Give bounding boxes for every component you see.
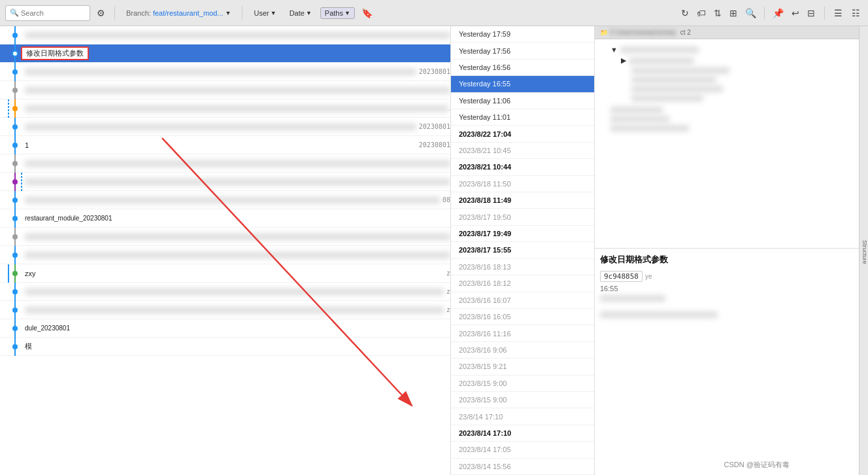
commit-row[interactable] xyxy=(0,154,450,173)
commit-row-selected[interactable]: 修改日期格式参数 xyxy=(0,44,450,63)
commit-row[interactable] xyxy=(0,81,450,99)
commit-row[interactable]: z xyxy=(0,301,450,319)
date-row[interactable]: 2023/8/17 15:55 xyxy=(451,242,594,258)
date-row[interactable]: 2023/8/21 10:45 xyxy=(451,143,594,159)
graph-col xyxy=(5,264,25,283)
svg-point-25 xyxy=(12,234,18,239)
tree-item[interactable] xyxy=(600,66,854,75)
date-row[interactable]: 23/8/14 17:10 xyxy=(451,408,594,425)
graph-col xyxy=(5,283,25,301)
date-text: 2023/8/16 18:12 xyxy=(459,279,511,287)
structure-label: Structure xyxy=(861,240,868,264)
commit-msg xyxy=(25,289,444,295)
commit-row[interactable]: 20230801 xyxy=(0,63,450,81)
date-row[interactable]: 2023/8/18 11:49 xyxy=(451,192,594,209)
search-icon: 🔍 xyxy=(10,9,19,17)
commit-msg xyxy=(25,307,444,313)
commit-row[interactable]: dule_20230801 xyxy=(0,319,450,338)
tree-item[interactable] xyxy=(600,94,854,103)
user-filter-btn[interactable]: User ▼ xyxy=(249,7,280,19)
paths-filter-btn[interactable]: Paths ▼ xyxy=(320,7,355,19)
date-row[interactable]: 2023/8/14 15:56 xyxy=(451,459,594,475)
date-text: 2023/8/16 16:05 xyxy=(459,313,511,321)
date-row[interactable]: Yesterday 16:56 xyxy=(451,60,594,76)
tree-item[interactable]: ▼ xyxy=(600,44,854,55)
date-row[interactable]: 2023/8/16 16:05 xyxy=(451,309,594,325)
svg-point-36 xyxy=(12,326,18,331)
search-input[interactable] xyxy=(21,9,86,17)
date-row-selected[interactable]: Yesterday 16:55 xyxy=(451,76,594,92)
commit-row[interactable] xyxy=(0,228,450,246)
commit-row[interactable] xyxy=(0,246,450,264)
date-text: Yesterday 17:56 xyxy=(459,47,510,55)
refresh-icon-btn[interactable]: ↻ xyxy=(678,7,692,20)
commit-row[interactable]: 08 xyxy=(0,191,450,209)
date-row[interactable]: 2023/8/16 16:07 xyxy=(451,292,594,309)
date-row[interactable]: Yesterday 11:01 xyxy=(451,109,594,126)
date-row[interactable]: 2023/8/16 11:16 xyxy=(451,325,594,342)
commit-row[interactable]: 20230801 xyxy=(0,118,450,136)
tree-item[interactable]: ▶ xyxy=(600,55,854,66)
tree-item[interactable] xyxy=(600,75,854,84)
date-row[interactable]: 2023/8/18 11:50 xyxy=(451,176,594,192)
structure-panel[interactable]: Structure xyxy=(859,26,868,475)
tree-item[interactable] xyxy=(600,114,854,124)
date-row[interactable]: 2023/8/16 18:12 xyxy=(451,275,594,292)
tree-item[interactable] xyxy=(600,105,854,114)
date-row[interactable]: 2023/8/16 9:06 xyxy=(451,342,594,359)
commit-hash: 20230801 xyxy=(419,68,450,75)
date-row[interactable]: 2023/8/17 19:50 xyxy=(451,209,594,225)
undo-icon-btn[interactable]: ↩ xyxy=(789,7,802,20)
search2-icon-btn[interactable]: 🔍 xyxy=(743,7,759,20)
date-row[interactable]: 2023/8/15 9:00 xyxy=(451,376,594,392)
grid-icon-btn[interactable]: ⊞ xyxy=(727,7,740,20)
commit-list[interactable]: 修改日期格式参数 20230801 xyxy=(0,26,450,475)
date-row[interactable]: 2023/8/22 17:04 xyxy=(451,126,594,142)
date-filter-btn[interactable]: Date ▼ xyxy=(285,7,316,19)
date-text: 2023/8/17 15:55 xyxy=(459,246,511,254)
date-row[interactable]: Yesterday 17:59 xyxy=(451,26,594,43)
commit-row[interactable] xyxy=(0,173,450,191)
date-row[interactable]: 2023/8/16 18:13 xyxy=(451,259,594,275)
tree-item[interactable] xyxy=(600,124,854,133)
date-filter-dropdown-icon: ▼ xyxy=(306,10,312,16)
svg-point-14 xyxy=(12,143,18,148)
commit-row[interactable]: . xyxy=(0,99,450,118)
pin-icon-btn[interactable]: 📌 xyxy=(770,7,786,20)
date-row[interactable]: 2023/8/17 19:49 xyxy=(451,226,594,242)
tag-icon-btn[interactable]: 🏷 xyxy=(694,7,709,20)
date-row[interactable]: 2023/8/15 9:21 xyxy=(451,359,594,375)
date-row[interactable]: 2023/8/15 9:00 xyxy=(451,392,594,408)
date-row[interactable]: 2023/8/14 17:10 xyxy=(451,425,594,442)
tiles-icon-btn[interactable]: ⊟ xyxy=(805,7,818,20)
graph-col xyxy=(5,319,25,338)
commit-row[interactable] xyxy=(0,26,450,44)
date-row[interactable]: Yesterday 11:06 xyxy=(451,93,594,109)
file-path: C:\Users\snowy\snowy xyxy=(610,29,676,36)
date-row[interactable]: 2023/8/21 10:44 xyxy=(451,159,594,175)
commit-row[interactable]: z xyxy=(0,283,450,301)
graph-col xyxy=(5,338,25,356)
sort-icon-btn[interactable]: ⇅ xyxy=(711,7,724,20)
search-box[interactable]: 🔍 xyxy=(5,5,90,21)
bookmark-icon-btn[interactable]: 🔖 xyxy=(359,7,375,20)
commit-row[interactable]: 模 xyxy=(0,338,450,356)
commit-hash-value: 9c948858 xyxy=(604,272,639,281)
settings-icon-btn[interactable]: ⚙ xyxy=(94,7,108,20)
commit-row[interactable]: restaurant_module_20230801 xyxy=(0,209,450,228)
date-text: 2023/8/16 16:07 xyxy=(459,296,511,304)
list-icon-btn[interactable]: ☰ xyxy=(831,7,845,20)
branch-dropdown-icon: ▼ xyxy=(225,10,231,16)
commit-row[interactable]: 1 20230801 xyxy=(0,136,450,154)
commit-row[interactable]: zxy z xyxy=(0,264,450,283)
date-row[interactable]: Yesterday 17:56 xyxy=(451,43,594,59)
tree-item[interactable] xyxy=(600,84,854,94)
date-text: 2023/8/18 11:49 xyxy=(459,196,511,204)
detail-icon-btn[interactable]: ☷ xyxy=(849,7,863,20)
commit-msg xyxy=(25,105,448,112)
date-row[interactable]: 2023/8/14 17:05 xyxy=(451,442,594,458)
branch-selector[interactable]: Branch: feat/restaurant_mod... ▼ xyxy=(122,7,235,19)
commit-hash-suffix: ye xyxy=(645,273,652,280)
graph-col xyxy=(5,154,25,173)
commit-msg: 1 xyxy=(25,141,416,149)
